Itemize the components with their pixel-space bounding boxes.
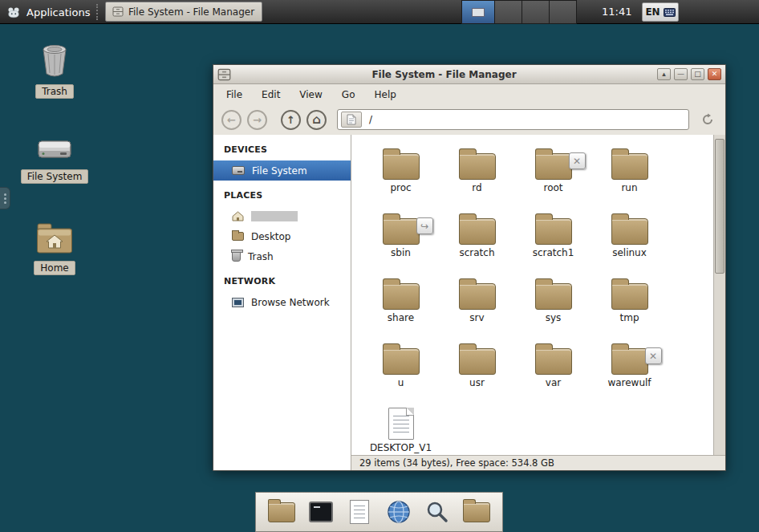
file-manager-icon — [112, 6, 124, 17]
workspace-2[interactable] — [495, 0, 522, 24]
folder-icon — [535, 153, 572, 180]
panel-clock[interactable]: 11:41 — [602, 0, 631, 24]
sidebar-item-filesystem[interactable]: File System — [213, 160, 351, 181]
menu-go[interactable]: Go — [342, 89, 355, 100]
file-item-scratch1[interactable]: scratch1 — [515, 205, 591, 270]
forward-button[interactable]: → — [247, 110, 267, 130]
desktop-icon-home[interactable]: Home — [18, 223, 91, 275]
menu-help[interactable]: Help — [374, 89, 396, 100]
home-folder-icon — [35, 223, 74, 255]
xfce-logo-icon — [6, 5, 21, 19]
file-item-share[interactable]: share — [363, 270, 439, 335]
file-item-scratch[interactable]: scratch — [439, 205, 515, 270]
scrollbar-thumb[interactable] — [715, 139, 724, 274]
home-icon: ⌂ — [312, 112, 321, 127]
file-item-usr[interactable]: usr — [439, 335, 515, 400]
keyboard-layout-label: EN — [645, 6, 660, 18]
workspace-1[interactable] — [461, 0, 495, 24]
taskbar-window-button[interactable]: File System - File Manager — [105, 2, 262, 22]
vertical-scrollbar[interactable] — [713, 135, 725, 455]
desktop-icon-label: File System — [21, 169, 89, 184]
file-item-selinux[interactable]: selinux — [591, 205, 668, 270]
window-icon — [217, 68, 231, 81]
up-button[interactable]: ↑ — [281, 110, 301, 130]
panel-hide-handle[interactable] — [0, 187, 10, 209]
workspace-3[interactable] — [522, 0, 550, 24]
applications-menu-button[interactable]: Applications — [0, 0, 99, 24]
file-item-warewulf[interactable]: ✕ warewulf — [591, 335, 668, 400]
desktop-icon-label: Trash — [35, 84, 74, 99]
sidebar-item-trash[interactable]: Trash — [213, 246, 351, 266]
desktop-icon-filesystem[interactable]: File System — [18, 136, 91, 184]
close-icon: ✕ — [712, 70, 718, 78]
file-item-sbin[interactable]: ↪ sbin — [363, 205, 439, 270]
maximize-button[interactable]: □ — [691, 68, 704, 80]
file-item-desktop-v1[interactable]: DESKTOP_V1 — [363, 400, 439, 455]
file-label: DESKTOP_V1 — [370, 442, 432, 453]
file-manager-window: File System - File Manager ▴ — □ ✕ File … — [213, 64, 726, 471]
file-label: scratch1 — [533, 247, 574, 258]
emblem-symlink-icon: ↪ — [416, 217, 433, 234]
file-label: srv — [469, 312, 484, 323]
home-button[interactable]: ⌂ — [306, 110, 327, 130]
dock-folder-launcher[interactable] — [461, 496, 493, 528]
dock-file-manager-launcher[interactable] — [266, 496, 298, 528]
folder-icon — [535, 283, 572, 310]
back-button[interactable]: ← — [221, 110, 242, 130]
dock-terminal-launcher[interactable] — [305, 496, 337, 528]
desktop-root: { "icons": { "back": "←", "forward": "→"… — [0, 0, 759, 532]
minimize-button[interactable]: — — [674, 68, 688, 80]
dock-text-editor-launcher[interactable] — [343, 496, 375, 528]
menu-view[interactable]: View — [299, 89, 322, 100]
trash-icon — [38, 43, 71, 79]
workspace-4[interactable] — [550, 0, 577, 24]
path-value: / — [369, 114, 372, 125]
keyboard-layout-indicator[interactable]: EN — [642, 2, 679, 22]
file-label: selinux — [612, 247, 647, 258]
shade-button[interactable]: ▴ — [657, 68, 671, 80]
globe-icon — [386, 499, 412, 525]
sidebar-item-browse-network[interactable]: Browse Network — [213, 292, 351, 312]
reload-button[interactable] — [698, 110, 717, 129]
sidebar-item-label: Browse Network — [251, 297, 330, 308]
folder-icon — [459, 283, 496, 310]
status-bar: 29 items (34 bytes), Free space: 534.8 G… — [351, 455, 725, 470]
file-label: tmp — [619, 312, 639, 323]
file-item-rd[interactable]: rd — [439, 140, 515, 205]
file-item-sys[interactable]: sys — [515, 270, 591, 335]
file-view[interactable]: proc rd ✕ root run — [351, 135, 725, 455]
status-text: 29 items (34 bytes), Free space: 534.8 G… — [359, 457, 554, 469]
menu-file[interactable]: File — [226, 89, 242, 100]
close-button[interactable]: ✕ — [708, 68, 721, 80]
sidebar-item-home[interactable] — [213, 206, 351, 226]
sidebar-item-home-redacted-label — [251, 211, 298, 221]
toolbar: ← → ↑ ⌂ / — [213, 104, 725, 135]
folder-icon — [459, 218, 496, 245]
desktop-icon-trash[interactable]: Trash — [18, 43, 91, 99]
top-panel: Applications File System - File Manager … — [0, 0, 759, 24]
folder-icon — [611, 218, 648, 245]
file-label: warewulf — [607, 377, 651, 388]
desktop-icon-label: Home — [34, 261, 75, 275]
dock-app-finder-launcher[interactable] — [421, 496, 453, 528]
panel-separator — [96, 4, 98, 20]
path-bar[interactable]: / — [337, 109, 689, 130]
file-item-run[interactable]: run — [591, 140, 668, 205]
window-titlebar[interactable]: File System - File Manager ▴ — □ ✕ — [213, 65, 725, 84]
menu-edit[interactable]: Edit — [262, 89, 280, 100]
file-item-root[interactable]: ✕ root — [515, 140, 591, 205]
folder-icon — [535, 218, 572, 245]
text-file-icon — [388, 408, 414, 440]
hard-drive-icon — [36, 136, 73, 164]
current-location-button[interactable] — [341, 112, 362, 128]
file-item-proc[interactable]: proc — [363, 140, 439, 205]
file-item-u[interactable]: u — [363, 335, 439, 400]
file-item-tmp[interactable]: tmp — [591, 270, 668, 335]
file-item-srv[interactable]: srv — [439, 270, 515, 335]
file-label: rd — [472, 182, 481, 193]
file-item-var[interactable]: var — [515, 335, 591, 400]
file-label: share — [388, 312, 414, 323]
dock-web-browser-launcher[interactable] — [383, 496, 415, 528]
sidebar-item-label: File System — [252, 165, 307, 177]
sidebar-item-desktop[interactable]: Desktop — [213, 226, 351, 246]
